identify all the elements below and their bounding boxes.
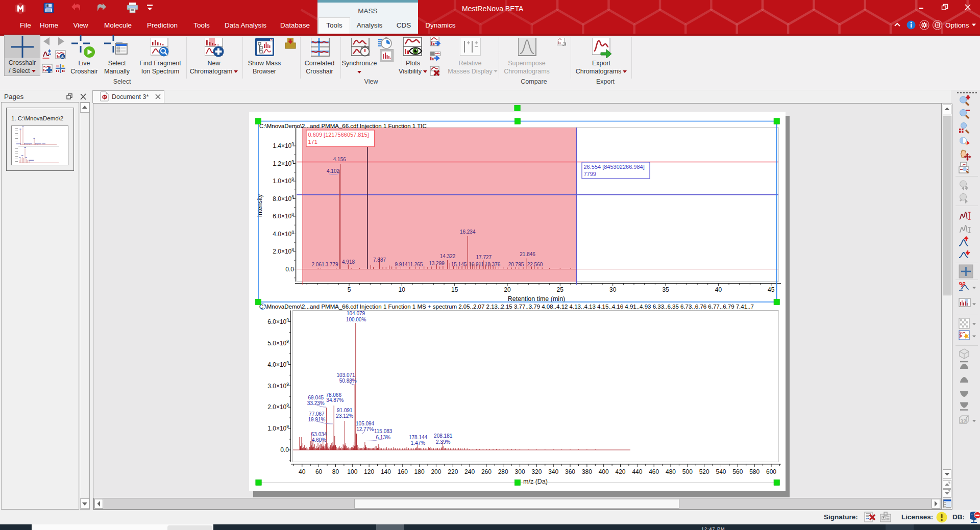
svg-text:32: 32 [960, 418, 966, 424]
